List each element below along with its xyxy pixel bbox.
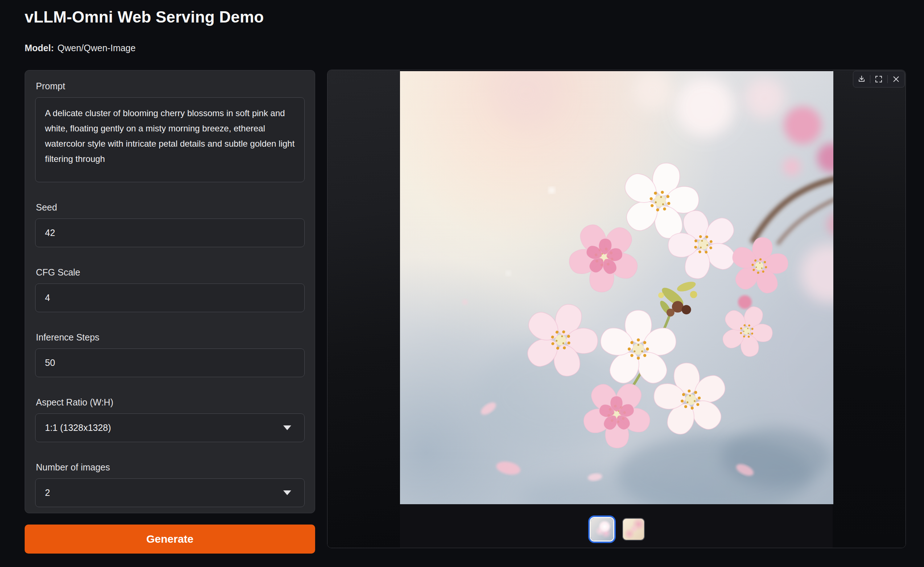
- num-images-label: Number of images: [36, 462, 304, 472]
- chevron-down-icon: [283, 426, 291, 430]
- model-value: Qwen/Qwen-Image: [58, 43, 136, 53]
- num-images-value: 2: [45, 487, 50, 498]
- thumbnail-1-image: [591, 518, 613, 540]
- model-line: Model:Qwen/Qwen-Image: [25, 43, 136, 53]
- download-icon: [857, 75, 866, 83]
- toolbar-divider: [870, 75, 870, 83]
- chevron-down-icon: [283, 490, 291, 495]
- prompt-input[interactable]: A delicate cluster of blooming cherry bl…: [35, 97, 304, 182]
- prompt-label: Prompt: [36, 81, 304, 92]
- image-toolbar: [853, 71, 905, 87]
- thumbnail-gallery: [327, 516, 906, 543]
- preview-backdrop-right: [832, 70, 906, 548]
- aspect-ratio-label: Aspect Ratio (W:H): [36, 397, 304, 408]
- fullscreen-icon: [874, 75, 883, 83]
- generated-image[interactable]: [400, 71, 833, 504]
- thumbnail-2-image: [622, 518, 645, 540]
- preview-panel: [327, 70, 906, 548]
- preview-backdrop-left: [327, 70, 400, 548]
- aspect-ratio-select[interactable]: 1:1 (1328x1328): [35, 414, 304, 442]
- thumbnail-1-selected[interactable]: [591, 518, 613, 540]
- inference-steps-input[interactable]: [35, 349, 304, 377]
- model-label: Model:: [25, 43, 54, 53]
- settings-panel: Prompt A delicate cluster of blooming ch…: [25, 70, 315, 513]
- seed-input[interactable]: [35, 218, 304, 247]
- download-button[interactable]: [855, 73, 868, 85]
- inference-steps-label: Inference Steps: [36, 332, 304, 343]
- page-title: vLLM-Omni Web Serving Demo: [25, 8, 264, 26]
- toolbar-divider: [887, 75, 888, 83]
- aspect-ratio-value: 1:1 (1328x1328): [45, 423, 111, 433]
- fullscreen-button[interactable]: [873, 73, 885, 85]
- cfg-scale-input[interactable]: [35, 284, 304, 312]
- close-icon: [892, 75, 900, 83]
- cfg-scale-label: CFG Scale: [36, 267, 304, 278]
- thumbnail-2[interactable]: [622, 518, 645, 540]
- seed-label: Seed: [36, 202, 304, 213]
- generate-button[interactable]: Generate: [25, 525, 315, 553]
- close-button[interactable]: [890, 73, 902, 85]
- num-images-select[interactable]: 2: [35, 478, 304, 507]
